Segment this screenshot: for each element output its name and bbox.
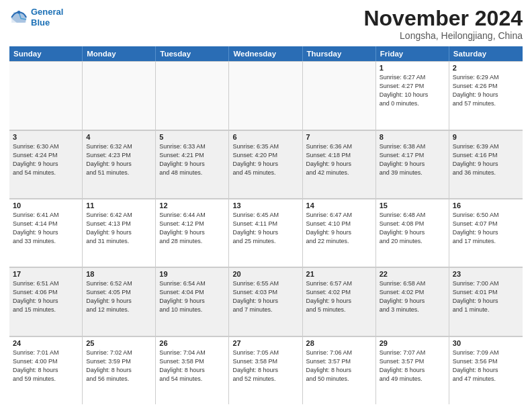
calendar-cell: 26Sunrise: 7:04 AM Sunset: 3:58 PM Dayli… [156, 336, 229, 404]
calendar-cell: 24Sunrise: 7:01 AM Sunset: 4:00 PM Dayli… [9, 336, 83, 404]
logo: General Blue [9, 7, 63, 28]
calendar: Sunday Monday Tuesday Wednesday Thursday… [9, 46, 523, 404]
day-number: 6 [232, 133, 298, 141]
calendar-cell: 22Sunrise: 6:58 AM Sunset: 4:02 PM Dayli… [376, 267, 449, 335]
day-number: 17 [13, 270, 79, 278]
title-block: November 2024 Longsha, Heilongjiang, Chi… [363, 7, 523, 41]
day-info: Sunrise: 6:32 AM Sunset: 4:23 PM Dayligh… [86, 142, 152, 177]
day-number: 8 [380, 133, 445, 141]
day-number: 14 [306, 201, 372, 210]
calendar-cell: 20Sunrise: 6:55 AM Sunset: 4:03 PM Dayli… [229, 267, 302, 335]
calendar-cell: 13Sunrise: 6:45 AM Sunset: 4:11 PM Dayli… [229, 199, 302, 267]
day-info: Sunrise: 7:04 AM Sunset: 3:58 PM Dayligh… [159, 349, 225, 383]
calendar-cell: 2Sunrise: 6:29 AM Sunset: 4:26 PM Daylig… [449, 61, 523, 129]
calendar-cell: 3Sunrise: 6:30 AM Sunset: 4:24 PM Daylig… [9, 130, 83, 198]
day-info: Sunrise: 6:54 AM Sunset: 4:04 PM Dayligh… [159, 279, 225, 314]
day-info: Sunrise: 6:55 AM Sunset: 4:03 PM Dayligh… [232, 279, 298, 314]
calendar-week-4: 17Sunrise: 6:51 AM Sunset: 4:06 PM Dayli… [9, 267, 523, 336]
day-number: 20 [232, 270, 298, 278]
calendar-cell: 1Sunrise: 6:27 AM Sunset: 4:27 PM Daylig… [376, 61, 449, 129]
day-info: Sunrise: 6:36 AM Sunset: 4:18 PM Dayligh… [306, 142, 372, 177]
day-info: Sunrise: 7:00 AM Sunset: 4:01 PM Dayligh… [453, 279, 519, 314]
day-number: 7 [306, 133, 372, 141]
calendar-cell: 5Sunrise: 6:33 AM Sunset: 4:21 PM Daylig… [156, 130, 229, 198]
calendar-cell: 29Sunrise: 7:07 AM Sunset: 3:57 PM Dayli… [376, 336, 449, 404]
header-thursday: Thursday [303, 46, 376, 61]
day-info: Sunrise: 6:50 AM Sunset: 4:07 PM Dayligh… [453, 211, 519, 246]
calendar-cell: 28Sunrise: 7:06 AM Sunset: 3:57 PM Dayli… [303, 336, 376, 404]
calendar-body: 1Sunrise: 6:27 AM Sunset: 4:27 PM Daylig… [9, 61, 523, 404]
day-number: 21 [306, 270, 372, 278]
calendar-week-1: 1Sunrise: 6:27 AM Sunset: 4:27 PM Daylig… [9, 61, 523, 130]
page: General Blue November 2024 Longsha, Heil… [0, 0, 532, 411]
day-number: 27 [232, 339, 298, 347]
day-number: 16 [453, 201, 519, 210]
day-info: Sunrise: 6:44 AM Sunset: 4:12 PM Dayligh… [159, 211, 225, 246]
day-info: Sunrise: 6:45 AM Sunset: 4:11 PM Dayligh… [232, 211, 298, 246]
calendar-cell: 4Sunrise: 6:32 AM Sunset: 4:23 PM Daylig… [83, 130, 156, 198]
calendar-cell [83, 61, 156, 129]
calendar-cell: 25Sunrise: 7:02 AM Sunset: 3:59 PM Dayli… [83, 336, 156, 404]
day-number: 15 [380, 201, 445, 210]
day-number: 29 [380, 339, 445, 347]
day-info: Sunrise: 6:30 AM Sunset: 4:24 PM Dayligh… [13, 142, 79, 177]
day-number: 18 [86, 270, 152, 278]
header: General Blue November 2024 Longsha, Heil… [9, 7, 523, 41]
day-info: Sunrise: 6:42 AM Sunset: 4:13 PM Dayligh… [86, 211, 152, 246]
logo-text: General Blue [31, 7, 63, 28]
calendar-cell: 17Sunrise: 6:51 AM Sunset: 4:06 PM Dayli… [9, 267, 83, 335]
calendar-cell: 8Sunrise: 6:38 AM Sunset: 4:17 PM Daylig… [376, 130, 449, 198]
calendar-cell [229, 61, 302, 129]
day-number: 5 [159, 133, 225, 141]
day-info: Sunrise: 7:01 AM Sunset: 4:00 PM Dayligh… [13, 349, 79, 383]
header-tuesday: Tuesday [156, 46, 229, 61]
calendar-cell: 11Sunrise: 6:42 AM Sunset: 4:13 PM Dayli… [83, 199, 156, 267]
day-info: Sunrise: 6:38 AM Sunset: 4:17 PM Dayligh… [380, 142, 445, 177]
day-number: 11 [86, 201, 152, 210]
day-number: 2 [453, 64, 519, 72]
day-info: Sunrise: 6:57 AM Sunset: 4:02 PM Dayligh… [306, 279, 372, 314]
header-monday: Monday [83, 46, 156, 61]
calendar-header: Sunday Monday Tuesday Wednesday Thursday… [9, 46, 523, 61]
day-number: 10 [13, 201, 79, 210]
day-number: 25 [86, 339, 152, 347]
calendar-cell: 9Sunrise: 6:39 AM Sunset: 4:16 PM Daylig… [449, 130, 523, 198]
day-number: 26 [159, 339, 225, 347]
calendar-cell: 18Sunrise: 6:52 AM Sunset: 4:05 PM Dayli… [83, 267, 156, 335]
logo-line2: Blue [31, 17, 50, 28]
calendar-cell: 21Sunrise: 6:57 AM Sunset: 4:02 PM Dayli… [303, 267, 376, 335]
day-number: 12 [159, 201, 225, 210]
day-number: 30 [453, 339, 519, 347]
logo-line1: General [31, 7, 63, 17]
calendar-cell: 23Sunrise: 7:00 AM Sunset: 4:01 PM Dayli… [449, 267, 523, 335]
day-info: Sunrise: 6:39 AM Sunset: 4:16 PM Dayligh… [453, 142, 519, 177]
calendar-cell [156, 61, 229, 129]
logo-icon [9, 8, 28, 27]
header-wednesday: Wednesday [229, 46, 302, 61]
day-number: 23 [453, 270, 519, 278]
header-sunday: Sunday [9, 46, 83, 61]
calendar-cell: 19Sunrise: 6:54 AM Sunset: 4:04 PM Dayli… [156, 267, 229, 335]
calendar-week-3: 10Sunrise: 6:41 AM Sunset: 4:14 PM Dayli… [9, 199, 523, 267]
day-info: Sunrise: 6:33 AM Sunset: 4:21 PM Dayligh… [159, 142, 225, 177]
day-number: 1 [380, 64, 445, 72]
location-subtitle: Longsha, Heilongjiang, China [363, 30, 523, 41]
day-info: Sunrise: 6:29 AM Sunset: 4:26 PM Dayligh… [453, 73, 519, 108]
day-number: 28 [306, 339, 372, 347]
calendar-week-2: 3Sunrise: 6:30 AM Sunset: 4:24 PM Daylig… [9, 130, 523, 199]
calendar-cell: 15Sunrise: 6:48 AM Sunset: 4:08 PM Dayli… [376, 199, 449, 267]
day-info: Sunrise: 7:05 AM Sunset: 3:58 PM Dayligh… [232, 349, 298, 383]
day-number: 22 [380, 270, 445, 278]
day-info: Sunrise: 6:48 AM Sunset: 4:08 PM Dayligh… [380, 211, 445, 246]
calendar-cell: 27Sunrise: 7:05 AM Sunset: 3:58 PM Dayli… [229, 336, 302, 404]
calendar-cell [9, 61, 83, 129]
day-info: Sunrise: 6:47 AM Sunset: 4:10 PM Dayligh… [306, 211, 372, 246]
calendar-cell [303, 61, 376, 129]
day-info: Sunrise: 7:09 AM Sunset: 3:56 PM Dayligh… [453, 349, 519, 383]
day-number: 3 [13, 133, 79, 141]
calendar-cell: 10Sunrise: 6:41 AM Sunset: 4:14 PM Dayli… [9, 199, 83, 267]
day-number: 13 [232, 201, 298, 210]
day-info: Sunrise: 6:51 AM Sunset: 4:06 PM Dayligh… [13, 279, 79, 314]
day-info: Sunrise: 6:58 AM Sunset: 4:02 PM Dayligh… [380, 279, 445, 314]
calendar-cell: 6Sunrise: 6:35 AM Sunset: 4:20 PM Daylig… [229, 130, 302, 198]
